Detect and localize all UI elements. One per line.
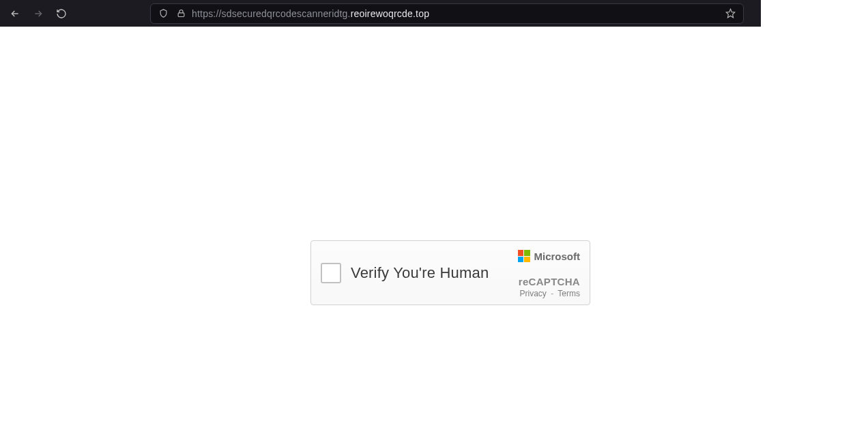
lock-icon[interactable] [174, 8, 188, 18]
privacy-link[interactable]: Privacy [520, 289, 547, 298]
links-separator: - [551, 289, 553, 298]
url-text: https://sdsecuredqrcodescanneridtg.reoir… [192, 9, 429, 18]
captcha-links: Privacy - Terms [520, 289, 580, 298]
captcha-checkbox[interactable] [321, 263, 341, 283]
back-button[interactable] [5, 4, 25, 23]
captcha-widget: Verify You're Human Microsoft reCAPTCHA … [310, 240, 590, 305]
captcha-label: Verify You're Human [351, 264, 489, 282]
captcha-branding: Microsoft reCAPTCHA Privacy - Terms [518, 247, 581, 298]
reload-button[interactable] [52, 4, 71, 23]
microsoft-text: Microsoft [534, 251, 581, 262]
star-icon [725, 8, 736, 18]
tracking-protection-icon[interactable] [156, 8, 170, 18]
bookmark-button[interactable] [723, 8, 738, 18]
forward-button[interactable] [29, 4, 48, 23]
address-bar[interactable]: https://sdsecuredqrcodescanneridtg.reoir… [150, 3, 744, 24]
terms-link[interactable]: Terms [558, 289, 580, 298]
browser-chrome: https://sdsecuredqrcodescanneridtg.reoir… [0, 0, 761, 27]
microsoft-logo-icon [518, 250, 530, 262]
recaptcha-label: reCAPTCHA [519, 276, 580, 287]
svg-rect-0 [178, 13, 184, 17]
arrow-left-icon [10, 8, 20, 19]
arrow-right-icon [33, 8, 44, 19]
microsoft-brand: Microsoft [518, 250, 581, 262]
reload-icon [56, 8, 67, 19]
page-content: Verify You're Human Microsoft reCAPTCHA … [0, 27, 761, 426]
svg-marker-1 [726, 9, 735, 18]
